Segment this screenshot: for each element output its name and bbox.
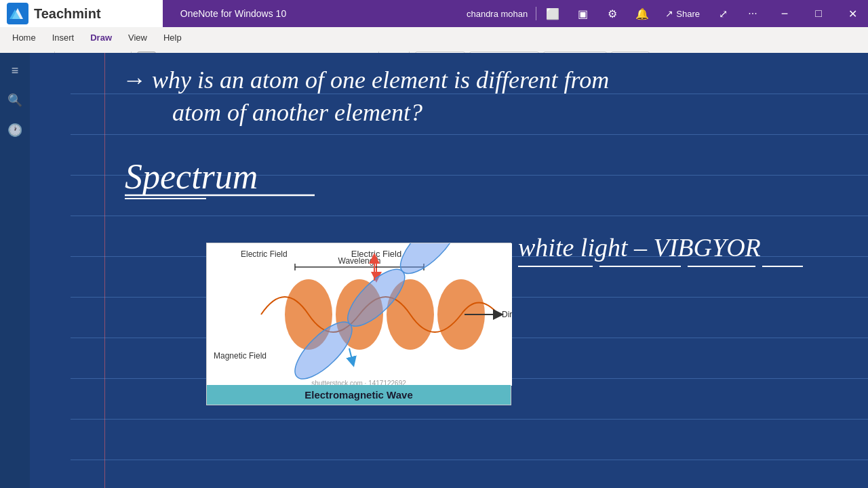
- menu-item-home[interactable]: Home: [5, 30, 43, 45]
- svg-text:Direction: Direction: [502, 310, 512, 319]
- main-content: → why is an atom of one element is diffe…: [30, 53, 868, 488]
- em-wave-caption: Electromagnetic Wave: [207, 385, 511, 405]
- svg-text:Electric Field: Electric Field: [241, 249, 288, 259]
- sidebar-recent-icon[interactable]: 🕐: [3, 118, 27, 142]
- user-name: chandra mohan: [467, 9, 528, 19]
- minimize-button[interactable]: −: [769, 0, 800, 27]
- svg-text:white light – VIBGYOR: white light – VIBGYOR: [518, 233, 761, 262]
- sidebar-search-icon[interactable]: 🔍: [3, 88, 27, 113]
- svg-text:Magnetic Field: Magnetic Field: [214, 351, 267, 361]
- svg-text:Spectrum: Spectrum: [125, 157, 258, 196]
- svg-line-30: [349, 348, 353, 362]
- menu-item-help[interactable]: Help: [157, 30, 189, 45]
- share-btn[interactable]: ↗ Share: [658, 5, 707, 22]
- divider-1: [536, 7, 536, 20]
- titlebar: Teachmint OneNote for Windows 10 chandra…: [0, 0, 868, 27]
- settings-icon[interactable]: ⚙: [599, 0, 626, 27]
- share-icon: ↗: [665, 8, 673, 19]
- menu-bar: Home Insert Draw View Help: [0, 27, 868, 47]
- svg-text:atom of another element?: atom of another element?: [172, 99, 422, 126]
- more-icon[interactable]: ···: [739, 0, 766, 27]
- titlebar-right: chandra mohan ⬜ ▣ ⚙ 🔔 ↗ Share ⤢ ··· − □ …: [467, 0, 868, 27]
- em-wave-svg: Electric Field: [207, 243, 512, 386]
- tablet-icon[interactable]: ▣: [569, 0, 596, 27]
- menu-item-view[interactable]: View: [121, 30, 154, 45]
- menu-item-draw[interactable]: Draw: [83, 30, 119, 45]
- notebook: → why is an atom of one element is diffe…: [71, 53, 868, 488]
- svg-text:→ why is an atom of one elemen: → why is an atom of one element is diffe…: [121, 66, 609, 94]
- bell-icon[interactable]: 🔔: [629, 0, 656, 27]
- search-titlebar-icon[interactable]: ⬜: [539, 0, 566, 27]
- left-sidebar: ≡ 🔍 🕐: [0, 53, 30, 488]
- em-wave-diagram: Electric Field: [206, 243, 511, 405]
- close-button[interactable]: ✕: [837, 0, 868, 27]
- maximize-button[interactable]: □: [803, 0, 834, 27]
- share-label: Share: [676, 9, 700, 19]
- expand-icon[interactable]: ⤢: [709, 0, 736, 27]
- window-title: OneNote for Windows 10: [0, 8, 467, 19]
- menu-item-insert[interactable]: Insert: [45, 30, 81, 45]
- sidebar-menu-icon[interactable]: ≡: [3, 58, 27, 83]
